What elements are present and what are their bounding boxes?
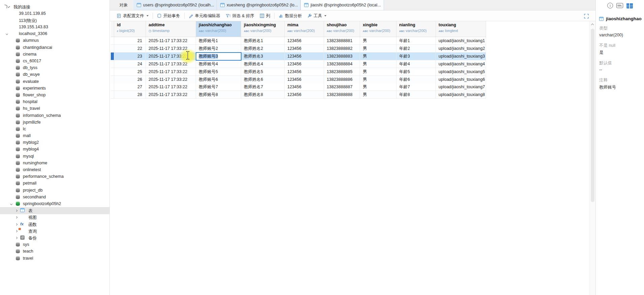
tree-item-springbootzo6p05h2[interactable]: springbootzo6p05h2 — [0, 200, 110, 207]
cell-xingbie[interactable]: 男 — [360, 37, 396, 45]
scroll-up-arrow-icon[interactable] — [591, 24, 594, 26]
table-row[interactable]: 222025-11-17 17:33:22教师账号2教师姓名2123456138… — [111, 45, 486, 53]
cell-jiaoshixingming[interactable]: 教师姓名5 — [241, 68, 285, 76]
cell-touxiang[interactable]: upload/jiaoshi_touxiang6 — [436, 76, 486, 84]
row-selector-gutter[interactable] — [111, 37, 114, 45]
cell-jiaoshixingming[interactable]: 教师姓名6 — [241, 76, 285, 84]
tree-item-secondhand[interactable]: secondhand — [0, 194, 110, 201]
cell-jiaoshizhanghao[interactable]: 教师账号4 — [196, 60, 241, 68]
table-row[interactable]: 282025-11-17 17:33:22教师账号8教师姓名8123456138… — [111, 91, 486, 99]
chevron-right-icon[interactable] — [15, 230, 18, 232]
cell-mima[interactable]: 123456 — [285, 53, 324, 60]
cell-jiaoshixingming[interactable]: 教师姓名7 — [241, 83, 285, 91]
cell-xingbie[interactable]: 男 — [360, 91, 396, 99]
cell-touxiang[interactable]: upload/jiaoshi_touxiang4 — [436, 60, 486, 68]
cell-id[interactable]: 24 — [114, 60, 146, 68]
cell-touxiang[interactable]: upload/jiaoshi_touxiang5 — [436, 68, 486, 76]
tree-item-函数[interactable]: fx函数 — [0, 221, 110, 228]
column-header-xingbie[interactable]: xingbieABCvarchar(200) — [360, 21, 396, 37]
tree-item-db_wuye[interactable]: db_wuye — [0, 71, 110, 78]
tree-item-experiments[interactable]: experiments — [0, 85, 110, 92]
begin-transaction-button[interactable]: 开始事务 — [154, 12, 183, 20]
cell-id[interactable]: 22 — [114, 45, 146, 53]
cell-xingbie[interactable]: 男 — [360, 76, 396, 84]
cell-jiaoshixingming[interactable]: 教师姓名8 — [241, 91, 285, 99]
cell-nianling[interactable]: 年龄2 — [396, 45, 436, 53]
cell-editor-button[interactable]: 单元格编辑器 — [186, 12, 223, 20]
cell-jiaoshizhanghao[interactable]: 教师账号7 — [196, 83, 241, 91]
tree-item-mysql[interactable]: mysql — [0, 153, 110, 160]
cell-jiaoshizhanghao[interactable]: 教师账号1 — [196, 37, 241, 45]
columns-button[interactable]: 列 — [257, 12, 273, 20]
tree-item-alumnus[interactable]: alumnus — [0, 37, 110, 44]
fullscreen-icon[interactable] — [584, 14, 589, 19]
tree-item-113(物业)[interactable]: 113(物业) — [0, 17, 110, 24]
tree-item-teach[interactable]: teach — [0, 248, 110, 255]
cell-jiaoshizhanghao[interactable]: 教师账号6 — [196, 76, 241, 84]
vertical-scrollbar[interactable] — [589, 21, 595, 295]
tree-item-hs_travel[interactable]: hs_travel — [0, 105, 110, 112]
table-row[interactable]: 252025-11-17 17:33:22教师账号5教师姓名5123456138… — [111, 68, 486, 76]
tree-item-视图[interactable]: 视图 — [0, 214, 110, 221]
column-header-nianling[interactable]: nianlingABCvarchar(200) — [396, 21, 436, 37]
cell-nianling[interactable]: 年龄3 — [396, 53, 436, 60]
row-selector-gutter[interactable] — [111, 91, 114, 99]
cell-addtime[interactable]: 2025-11-17 17:33:22 — [146, 60, 196, 68]
cell-jiaoshixingming[interactable]: 教师姓名1 — [241, 37, 285, 45]
tree-item-project_db[interactable]: project_db — [0, 187, 110, 194]
cell-mima[interactable]: 123456 — [285, 76, 324, 84]
cell-jiaoshizhanghao[interactable]: 教师账号2 — [196, 45, 241, 53]
tree-item-查询[interactable]: 查询 — [0, 228, 110, 235]
cell-xingbie[interactable]: 男 — [360, 68, 396, 76]
tree-item-flower_shop[interactable]: flower_shop — [0, 92, 110, 99]
cell-shoujihao[interactable]: 13823888884 — [324, 60, 360, 68]
column-header-jiaoshizhanghao[interactable]: jiaoshizhanghaoABCvarchar(200) — [196, 21, 241, 37]
column-header-addtime[interactable]: addtime◷timestamp — [146, 21, 196, 37]
cell-nianling[interactable]: 年龄1 — [396, 37, 436, 45]
column-header-shoujihao[interactable]: shoujihaoABCvarchar(200) — [324, 21, 360, 37]
table-row[interactable]: 232025-11-17 17:33:22教师账号3教师姓名3123456138… — [111, 53, 486, 60]
tree-item-39.101.139.85[interactable]: 39.101.139.85 — [0, 10, 110, 17]
info-view-icon[interactable]: i — [607, 3, 613, 8]
column-header-id[interactable]: id#bigint(20) — [114, 21, 146, 37]
cell-touxiang[interactable]: upload/jiaoshi_touxiang2 — [436, 45, 486, 53]
chevron-right-icon[interactable] — [15, 209, 18, 212]
tree-item-表[interactable]: 表 — [0, 207, 110, 214]
cell-touxiang[interactable]: upload/jiaoshi_touxiang1 — [436, 37, 486, 45]
cell-mima[interactable]: 123456 — [285, 45, 324, 53]
cell-addtime[interactable]: 2025-11-17 17:33:22 — [146, 91, 196, 99]
cell-touxiang[interactable]: upload/jiaoshi_touxiang7 — [436, 83, 486, 91]
cell-xingbie[interactable]: 男 — [360, 60, 396, 68]
cell-jiaoshizhanghao[interactable]: 教师账号3 — [196, 53, 241, 60]
cell-nianling[interactable]: 年龄8 — [396, 91, 436, 99]
cell-shoujihao[interactable]: 13823888887 — [324, 83, 360, 91]
cell-jiaoshizhanghao[interactable]: 教师账号8 — [196, 91, 241, 99]
table-row[interactable]: 272025-11-17 17:33:22教师账号7教师姓名7123456138… — [111, 83, 486, 91]
chevron-down-icon[interactable] — [6, 33, 8, 35]
cell-nianling[interactable]: 年龄4 — [396, 60, 436, 68]
row-selector-gutter[interactable] — [111, 53, 114, 60]
tree-item-petmall[interactable]: petmall — [0, 180, 110, 187]
tools-button[interactable]: 工具 — [304, 12, 329, 20]
tree-item-travel[interactable]: travel — [0, 255, 110, 262]
data-analysis-button[interactable]: 数据分析 — [276, 12, 304, 20]
tab-jiaoshi-table[interactable]: jiaoshi @springbootzo6p05h2 (local... — [300, 0, 384, 10]
cell-id[interactable]: 21 — [114, 37, 146, 45]
row-selector-gutter[interactable] — [111, 76, 114, 84]
cell-jiaoshixingming[interactable]: 教师姓名4 — [241, 60, 285, 68]
cell-shoujihao[interactable]: 13823888885 — [324, 68, 360, 76]
tree-item-nursinghome[interactable]: nursinghome — [0, 160, 110, 167]
cell-shoujihao[interactable]: 13823888882 — [324, 45, 360, 53]
cell-id[interactable]: 28 — [114, 91, 146, 99]
chevron-right-icon[interactable] — [15, 216, 18, 219]
tree-item-cinema[interactable]: cinema — [0, 51, 110, 58]
cell-shoujihao[interactable]: 13823888881 — [324, 37, 360, 45]
cell-id[interactable]: 23 — [114, 53, 146, 60]
cell-shoujihao[interactable]: 13823888883 — [324, 53, 360, 60]
chevron-down-icon[interactable] — [10, 203, 12, 205]
cell-id[interactable]: 25 — [114, 68, 146, 76]
cell-mima[interactable]: 123456 — [285, 91, 324, 99]
cell-xingbie[interactable]: 男 — [360, 45, 396, 53]
tree-item-sys[interactable]: sys — [0, 241, 110, 248]
filter-sort-button[interactable]: 筛选 & 排序 — [223, 12, 257, 20]
